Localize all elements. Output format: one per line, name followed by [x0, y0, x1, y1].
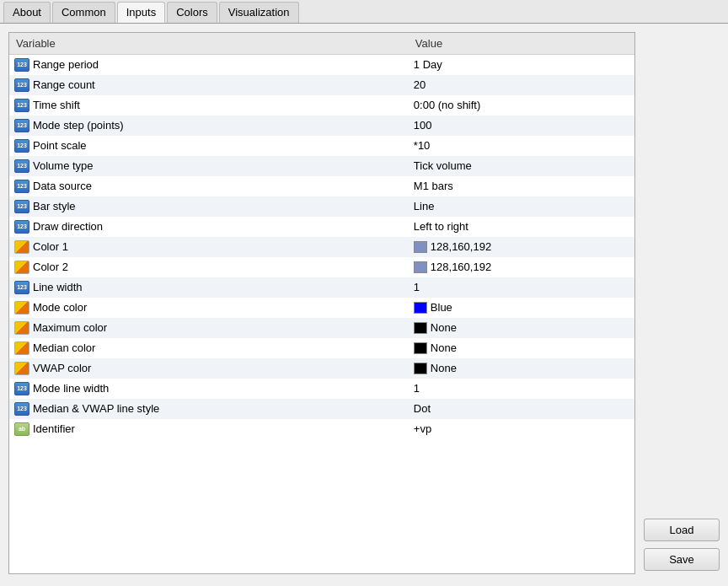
table-row: 123Data sourceM1 bars — [9, 176, 634, 196]
table-row: Color 2128,160,192 — [9, 257, 634, 277]
tab-inputs[interactable]: Inputs — [117, 2, 165, 23]
color-swatch — [414, 241, 427, 253]
numeric-icon: 123 — [14, 78, 29, 92]
variable-cell[interactable]: Mode color — [9, 298, 409, 318]
tab-colors[interactable]: Colors — [167, 2, 217, 23]
variable-name: Line width — [33, 281, 83, 293]
variable-name: Identifier — [33, 422, 75, 435]
value-cell[interactable]: M1 bars — [409, 176, 634, 196]
numeric-icon: 123 — [14, 119, 29, 132]
variable-name: Median & VWAP line style — [33, 402, 159, 415]
value-cell[interactable]: Blue — [409, 298, 634, 318]
value-cell[interactable]: None — [409, 338, 634, 358]
variable-cell[interactable]: 123Time shift — [9, 95, 409, 116]
color-icon — [14, 341, 29, 355]
variable-name: Range period — [33, 58, 99, 71]
table-row: 123Point scale*10 — [9, 136, 634, 156]
main-content: Variable Value 123Range period1 Day123Ra… — [0, 24, 728, 583]
value-cell[interactable]: Tick volume — [409, 156, 634, 176]
variable-cell[interactable]: 123Data source — [9, 176, 409, 196]
table-row: VWAP colorNone — [9, 358, 634, 379]
table-row: 123Mode step (points)100 — [9, 116, 634, 136]
variable-cell[interactable]: Color 1 — [9, 237, 409, 257]
numeric-icon: 123 — [14, 402, 29, 416]
value-text: Blue — [431, 301, 452, 314]
value-text: None — [431, 321, 457, 334]
numeric-icon: 123 — [14, 99, 29, 112]
color-swatch — [414, 363, 427, 374]
color-icon — [14, 261, 29, 274]
tab-visualization[interactable]: Visualization — [219, 2, 299, 23]
value-cell[interactable]: Line — [409, 196, 634, 217]
numeric-icon: 123 — [14, 159, 29, 173]
variable-cell[interactable]: Median color — [9, 338, 409, 358]
table-row: abIdentifier+vp — [9, 419, 634, 439]
value-text: 128,160,192 — [431, 240, 491, 253]
variable-name: Range count — [33, 78, 95, 91]
variable-cell[interactable]: abIdentifier — [9, 419, 409, 439]
variable-cell[interactable]: 123Volume type — [9, 156, 409, 176]
variable-cell[interactable]: Maximum color — [9, 318, 409, 338]
value-cell[interactable]: 100 — [409, 116, 634, 136]
ab-icon: ab — [14, 422, 29, 436]
table-row: 123Draw directionLeft to right — [9, 217, 634, 237]
value-text: 128,160,192 — [431, 261, 491, 273]
table-row: 123Bar styleLine — [9, 196, 634, 217]
variable-name: Color 2 — [33, 261, 68, 273]
value-cell[interactable]: 1 — [409, 277, 634, 298]
table-row: Maximum colorNone — [9, 318, 634, 338]
tab-bar: AboutCommonInputsColorsVisualization — [0, 0, 728, 24]
variable-name: Data source — [33, 180, 92, 192]
variable-cell[interactable]: 123Range count — [9, 75, 409, 95]
load-button[interactable]: Load — [644, 519, 720, 541]
color-icon — [14, 301, 29, 315]
value-cell[interactable]: None — [409, 318, 634, 338]
color-swatch — [414, 261, 427, 273]
variable-name: Mode color — [33, 301, 87, 314]
numeric-icon: 123 — [14, 200, 29, 213]
variable-name: Mode step (points) — [33, 119, 124, 132]
col-value-header: Value — [409, 33, 634, 55]
value-cell[interactable]: 20 — [409, 75, 634, 95]
variable-cell[interactable]: 123Draw direction — [9, 217, 409, 237]
variable-cell[interactable]: VWAP color — [9, 358, 409, 379]
variable-cell[interactable]: 123Range period — [9, 55, 409, 75]
table-row: Mode colorBlue — [9, 298, 634, 318]
variable-cell[interactable]: 123Mode line width — [9, 379, 409, 399]
variable-cell[interactable]: 123Bar style — [9, 196, 409, 217]
value-cell[interactable]: 128,160,192 — [409, 257, 634, 277]
table-row: 123Median & VWAP line styleDot — [9, 399, 634, 419]
color-icon — [14, 321, 29, 335]
variable-cell[interactable]: 123Line width — [9, 277, 409, 298]
table-row: 123Range period1 Day — [9, 55, 634, 75]
color-icon — [14, 362, 29, 375]
tab-about[interactable]: About — [3, 2, 51, 23]
table-row: 123Time shift0:00 (no shift) — [9, 95, 634, 116]
table-row: Median colorNone — [9, 338, 634, 358]
variable-name: Draw direction — [33, 220, 103, 233]
color-swatch — [414, 342, 427, 354]
value-cell[interactable]: 128,160,192 — [409, 237, 634, 257]
property-table: Variable Value 123Range period1 Day123Ra… — [9, 33, 634, 439]
variable-name: Mode line width — [33, 382, 109, 395]
numeric-icon: 123 — [14, 139, 29, 153]
value-cell[interactable]: 0:00 (no shift) — [409, 95, 634, 116]
value-cell[interactable]: Left to right — [409, 217, 634, 237]
variable-cell[interactable]: 123Mode step (points) — [9, 116, 409, 136]
variable-cell[interactable]: 123Median & VWAP line style — [9, 399, 409, 419]
variable-cell[interactable]: Color 2 — [9, 257, 409, 277]
tab-common[interactable]: Common — [52, 2, 115, 23]
value-cell[interactable]: +vp — [409, 419, 634, 439]
value-cell[interactable]: *10 — [409, 136, 634, 156]
value-cell[interactable]: 1 Day — [409, 55, 634, 75]
value-cell[interactable]: None — [409, 358, 634, 379]
save-button[interactable]: Save — [644, 548, 720, 571]
value-text: None — [431, 341, 457, 354]
variable-name: Volume type — [33, 159, 94, 172]
value-cell[interactable]: 1 — [409, 379, 634, 399]
right-panel: Load Save — [644, 32, 720, 574]
value-cell[interactable]: Dot — [409, 399, 634, 419]
numeric-icon: 123 — [14, 58, 29, 72]
variable-cell[interactable]: 123Point scale — [9, 136, 409, 156]
value-text: None — [431, 362, 457, 374]
